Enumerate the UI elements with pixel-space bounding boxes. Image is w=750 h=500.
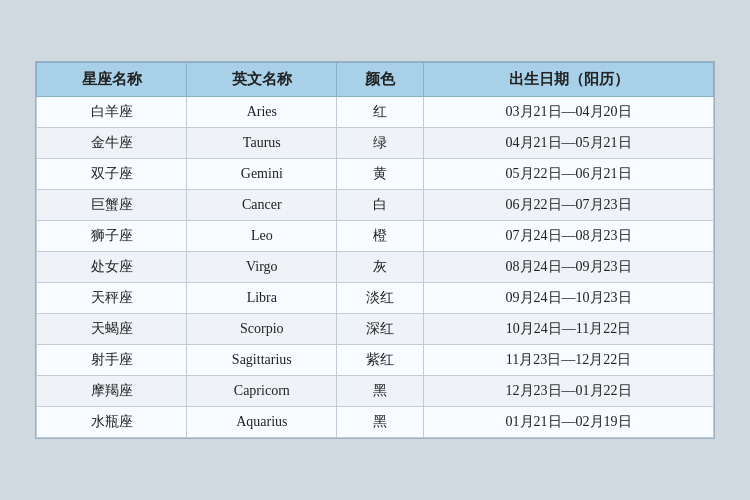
table-cell: 04月21日—05月21日 xyxy=(424,128,714,159)
table-cell: Capricorn xyxy=(187,376,337,407)
table-cell: Virgo xyxy=(187,252,337,283)
table-cell: 巨蟹座 xyxy=(37,190,187,221)
table-row: 射手座Sagittarius紫红11月23日—12月22日 xyxy=(37,345,714,376)
table-cell: 红 xyxy=(337,97,424,128)
header-birthdate: 出生日期（阳历） xyxy=(424,63,714,97)
table-cell: Scorpio xyxy=(187,314,337,345)
table-cell: 12月23日—01月22日 xyxy=(424,376,714,407)
table-cell: Libra xyxy=(187,283,337,314)
zodiac-table: 星座名称 英文名称 颜色 出生日期（阳历） 白羊座Aries红03月21日—04… xyxy=(36,62,714,438)
table-cell: 白 xyxy=(337,190,424,221)
table-cell: 07月24日—08月23日 xyxy=(424,221,714,252)
table-cell: 双子座 xyxy=(37,159,187,190)
table-row: 双子座Gemini黄05月22日—06月21日 xyxy=(37,159,714,190)
table-cell: 淡红 xyxy=(337,283,424,314)
table-cell: 01月21日—02月19日 xyxy=(424,407,714,438)
table-cell: Leo xyxy=(187,221,337,252)
table-cell: 天蝎座 xyxy=(37,314,187,345)
zodiac-table-container: 星座名称 英文名称 颜色 出生日期（阳历） 白羊座Aries红03月21日—04… xyxy=(35,61,715,439)
table-cell: 03月21日—04月20日 xyxy=(424,97,714,128)
table-cell: 狮子座 xyxy=(37,221,187,252)
table-cell: 天秤座 xyxy=(37,283,187,314)
table-cell: 绿 xyxy=(337,128,424,159)
table-cell: 11月23日—12月22日 xyxy=(424,345,714,376)
header-chinese-name: 星座名称 xyxy=(37,63,187,97)
table-cell: 05月22日—06月21日 xyxy=(424,159,714,190)
table-cell: 水瓶座 xyxy=(37,407,187,438)
table-cell: Gemini xyxy=(187,159,337,190)
table-cell: 摩羯座 xyxy=(37,376,187,407)
table-cell: 10月24日—11月22日 xyxy=(424,314,714,345)
table-row: 白羊座Aries红03月21日—04月20日 xyxy=(37,97,714,128)
table-cell: 黑 xyxy=(337,407,424,438)
table-row: 摩羯座Capricorn黑12月23日—01月22日 xyxy=(37,376,714,407)
table-cell: 06月22日—07月23日 xyxy=(424,190,714,221)
table-row: 狮子座Leo橙07月24日—08月23日 xyxy=(37,221,714,252)
table-header-row: 星座名称 英文名称 颜色 出生日期（阳历） xyxy=(37,63,714,97)
table-cell: 黄 xyxy=(337,159,424,190)
table-cell: Cancer xyxy=(187,190,337,221)
table-row: 天蝎座Scorpio深红10月24日—11月22日 xyxy=(37,314,714,345)
table-cell: 橙 xyxy=(337,221,424,252)
table-row: 水瓶座Aquarius黑01月21日—02月19日 xyxy=(37,407,714,438)
table-cell: Sagittarius xyxy=(187,345,337,376)
header-color: 颜色 xyxy=(337,63,424,97)
header-english-name: 英文名称 xyxy=(187,63,337,97)
table-row: 天秤座Libra淡红09月24日—10月23日 xyxy=(37,283,714,314)
table-cell: 白羊座 xyxy=(37,97,187,128)
table-cell: 金牛座 xyxy=(37,128,187,159)
table-cell: 处女座 xyxy=(37,252,187,283)
table-cell: 深红 xyxy=(337,314,424,345)
table-cell: Aries xyxy=(187,97,337,128)
table-row: 金牛座Taurus绿04月21日—05月21日 xyxy=(37,128,714,159)
table-cell: 黑 xyxy=(337,376,424,407)
table-body: 白羊座Aries红03月21日—04月20日金牛座Taurus绿04月21日—0… xyxy=(37,97,714,438)
table-cell: 08月24日—09月23日 xyxy=(424,252,714,283)
table-cell: 09月24日—10月23日 xyxy=(424,283,714,314)
table-cell: 紫红 xyxy=(337,345,424,376)
table-row: 处女座Virgo灰08月24日—09月23日 xyxy=(37,252,714,283)
table-cell: 灰 xyxy=(337,252,424,283)
table-row: 巨蟹座Cancer白06月22日—07月23日 xyxy=(37,190,714,221)
table-cell: 射手座 xyxy=(37,345,187,376)
table-cell: Aquarius xyxy=(187,407,337,438)
table-cell: Taurus xyxy=(187,128,337,159)
